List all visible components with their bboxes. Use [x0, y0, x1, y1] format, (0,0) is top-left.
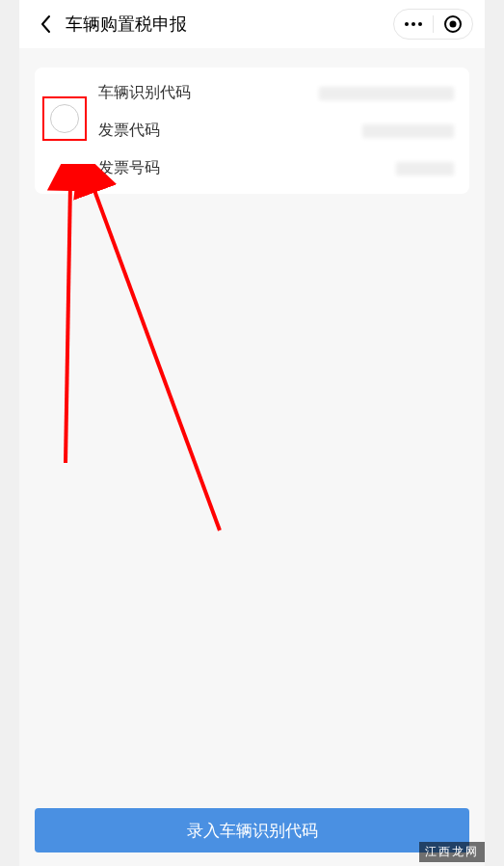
- footer: 录入车辆识别代码 江西龙网: [19, 795, 485, 866]
- info-rows: 车辆识别代码 发票代码 发票号码: [98, 83, 454, 178]
- label-invoice-code: 发票代码: [98, 121, 160, 141]
- back-button[interactable]: [31, 10, 60, 39]
- more-icon: [404, 21, 423, 27]
- label-vehicle-id: 车辆识别代码: [98, 83, 191, 103]
- enter-vehicle-id-button[interactable]: 录入车辆识别代码: [35, 808, 469, 852]
- value-invoice-code: [362, 124, 454, 138]
- watermark: 江西龙网: [419, 842, 485, 862]
- annotation-arrows: [27, 164, 239, 550]
- row-invoice-code: 发票代码: [98, 121, 454, 141]
- chevron-left-icon: [40, 14, 51, 34]
- value-vehicle-id: [319, 87, 454, 100]
- radio-container: [50, 104, 79, 133]
- content-area: 车辆识别代码 发票代码 发票号码: [19, 48, 485, 795]
- value-invoice-number: [396, 162, 454, 176]
- header: 车辆购置税申报: [19, 0, 485, 48]
- svg-point-4: [450, 21, 457, 28]
- capsule-actions: [393, 9, 473, 40]
- label-invoice-number: 发票号码: [98, 158, 160, 178]
- more-button[interactable]: [394, 9, 433, 40]
- primary-button-label: 录入车辆识别代码: [187, 820, 318, 842]
- svg-line-5: [66, 183, 70, 463]
- vehicle-card: 车辆识别代码 发票代码 发票号码: [35, 68, 469, 194]
- row-vehicle-id: 车辆识别代码: [98, 83, 454, 103]
- svg-point-0: [405, 22, 409, 26]
- row-invoice-number: 发票号码: [98, 158, 454, 178]
- target-icon: [443, 14, 463, 34]
- svg-line-6: [93, 185, 220, 530]
- select-radio[interactable]: [50, 104, 79, 133]
- close-button[interactable]: [434, 9, 472, 40]
- page-title: 车辆购置税申报: [66, 13, 187, 36]
- svg-point-2: [418, 22, 422, 26]
- svg-point-1: [411, 22, 415, 26]
